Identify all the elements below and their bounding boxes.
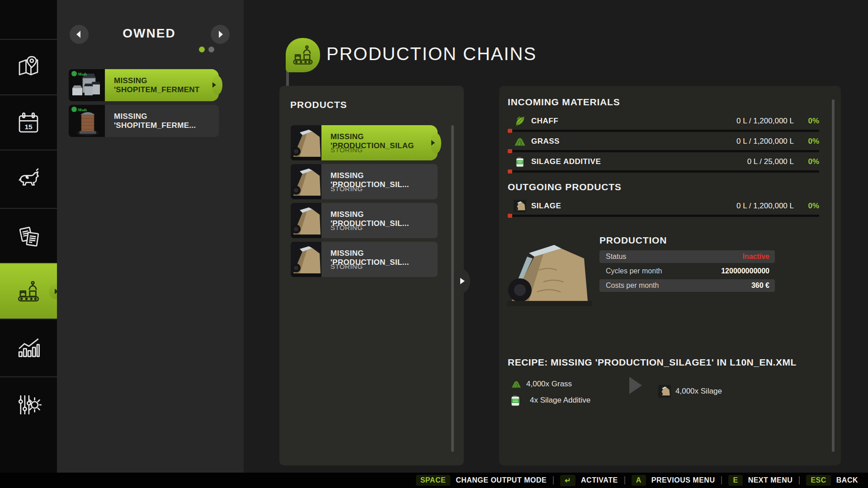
sidebar-item-map[interactable] xyxy=(0,39,57,94)
silage-icon xyxy=(658,385,671,398)
cycles-value: 120000000000 xyxy=(721,267,769,275)
sidebar-item-settings[interactable] xyxy=(0,376,57,432)
key-a[interactable]: A xyxy=(632,475,646,486)
svg-text:15: 15 xyxy=(24,122,33,130)
recipe-title: RECIPE: MISSING 'PRODUCTION_SILAGE1' IN … xyxy=(508,357,797,368)
keybind-previous-menu: A PREVIOUS MENU xyxy=(632,475,715,486)
keybind-change-output-mode: SPACE CHANGE OUTPUT MODE xyxy=(416,475,547,486)
separator xyxy=(799,476,800,484)
product-item[interactable]: MISSING 'PRODUCTION_SIL... STORING xyxy=(291,242,438,277)
owned-item-fermenting-silo[interactable]: Mods MISSING 'SHOPITEM_FERMENT xyxy=(69,69,219,101)
sidebar-item-contracts[interactable] xyxy=(0,208,57,263)
production-image xyxy=(507,243,592,306)
keybind-next-menu: E NEXT MENU xyxy=(728,475,793,486)
production-row-cycles: Cycles per month 120000000000 xyxy=(599,265,775,277)
products-scrollbar[interactable] xyxy=(451,125,454,452)
owned-panel-title: OWNED xyxy=(95,26,203,41)
costs-value: 360 € xyxy=(751,282,769,290)
keybind-label: NEXT MENU xyxy=(748,476,793,484)
row-label: Costs per month xyxy=(606,282,659,290)
grass-icon xyxy=(513,135,527,148)
product-thumbnail xyxy=(291,125,321,160)
owned-panel: OWNED Mods xyxy=(57,0,244,488)
keybind-label: CHANGE OUTPUT MODE xyxy=(456,476,547,484)
calendar-icon: 15 xyxy=(15,110,42,136)
owned-next-page-button[interactable] xyxy=(211,25,230,44)
fill-level-bar xyxy=(508,130,819,132)
owned-item-label: MISSING 'SHOPITEM_FERME... xyxy=(105,112,219,130)
product-item[interactable]: MISSING 'PRODUCTION_SIL... STORING xyxy=(291,164,438,199)
recipe-output-qty: 4,000x Silage xyxy=(675,387,722,396)
material-row-silage-additive: SILAGE ADDITIVE 0 L / 25,000 L 0% xyxy=(508,155,819,173)
product-status: STORING xyxy=(330,224,363,231)
keybind-label: ACTIVATE xyxy=(581,476,618,484)
separator xyxy=(624,476,625,484)
owned-item-label: MISSING 'SHOPITEM_FERMENT xyxy=(105,76,219,94)
material-percent: 0% xyxy=(808,117,819,126)
fill-level-bar xyxy=(508,170,819,173)
incoming-materials-title: INCOMING MATERIALS xyxy=(508,97,620,108)
sliders-gear-icon xyxy=(15,392,42,418)
selected-arrow-icon xyxy=(431,140,435,145)
production-chains-icon xyxy=(286,38,320,72)
key-esc[interactable]: ESC xyxy=(806,475,830,486)
documents-icon xyxy=(15,223,42,249)
separator xyxy=(553,476,554,484)
key-space[interactable]: SPACE xyxy=(416,475,450,486)
keybind-label: BACK xyxy=(836,476,858,484)
production-chains-screen: 15 xyxy=(0,0,868,488)
row-label: Status xyxy=(606,253,626,261)
material-amount: 0 L / 25,000 L xyxy=(747,157,794,166)
product-thumbnail xyxy=(291,203,321,238)
products-title: PRODUCTS xyxy=(290,99,347,110)
silage-icon xyxy=(513,199,527,213)
stats-icon xyxy=(15,334,42,360)
recipe-input-grass: 4,000x Grass xyxy=(511,379,572,389)
owned-prev-page-button[interactable] xyxy=(70,25,89,44)
sidebar-item-calendar[interactable]: 15 xyxy=(0,94,57,150)
svg-text:Mods: Mods xyxy=(77,72,87,76)
material-name: SILAGE xyxy=(531,202,561,211)
material-row-grass: GRASS 0 L / 1,200,000 L 0% xyxy=(508,134,819,152)
chevron-left-icon xyxy=(76,31,80,38)
status-value: Inactive xyxy=(742,253,769,261)
key-e[interactable]: E xyxy=(728,475,742,486)
map-icon xyxy=(15,54,42,80)
key-return[interactable]: ↵ xyxy=(560,475,576,486)
fill-level-bar xyxy=(508,150,819,152)
recipe-output-silage: 4,000x Silage xyxy=(658,385,722,398)
production-row-costs: Costs per month 360 € xyxy=(599,279,775,292)
product-item[interactable]: MISSING 'PRODUCTION_SIL... STORING xyxy=(291,203,438,238)
sidebar-item-animals[interactable] xyxy=(0,150,57,205)
recipe-input-qty: 4x Silage Additive xyxy=(530,396,590,405)
page-dot-inactive[interactable] xyxy=(208,47,214,52)
product-thumbnail xyxy=(291,164,321,199)
owned-item-thumbnail: Mods xyxy=(69,105,105,137)
svg-text:Mods: Mods xyxy=(77,108,87,112)
product-thumbnail xyxy=(291,242,321,277)
material-amount: 0 L / 1,200,000 L xyxy=(736,117,794,126)
chaff-icon xyxy=(513,114,527,128)
product-status: STORING xyxy=(330,146,363,154)
recipe-arrow-icon xyxy=(629,377,642,394)
material-amount: 0 L / 1,200,000 L xyxy=(736,202,794,211)
production-row-status: Status Inactive xyxy=(599,250,775,263)
product-item[interactable]: MISSING 'PRODUCTION_SILAG STORING xyxy=(291,125,438,160)
material-row-silage: SILAGE 0 L / 1,200,000 L 0% xyxy=(508,199,819,217)
fill-level-marker xyxy=(508,129,512,133)
fill-level-marker xyxy=(508,214,512,218)
sidebar-item-production[interactable] xyxy=(0,263,57,319)
chevron-right-icon xyxy=(219,31,223,38)
owned-item-thumbnail: Mods xyxy=(69,69,105,101)
material-name: CHAFF xyxy=(531,117,558,126)
sidebar-item-statistics[interactable] xyxy=(0,319,57,374)
recipe-input-qty: 4,000x Grass xyxy=(526,380,572,389)
owned-item-fermenting-tower[interactable]: Mods MISSING 'SHOPITEM_FERME... xyxy=(69,105,219,137)
material-row-chaff: CHAFF 0 L / 1,200,000 L 0% xyxy=(508,114,819,132)
next-panel-bump[interactable] xyxy=(454,269,470,293)
production-title: PRODUCTION xyxy=(599,235,667,246)
cow-icon xyxy=(15,165,42,191)
detail-scrollbar[interactable] xyxy=(832,99,835,452)
silage-additive-icon xyxy=(509,394,522,407)
keybind-back: ESC BACK xyxy=(806,475,858,486)
